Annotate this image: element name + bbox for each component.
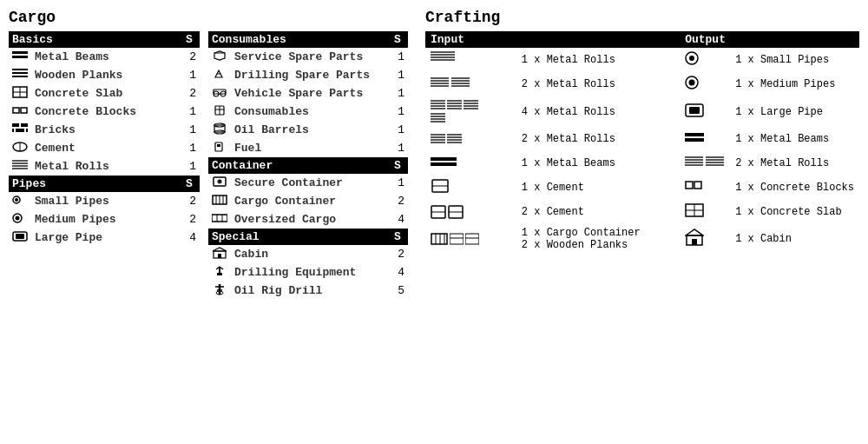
svg-rect-1	[12, 56, 28, 58]
craft-input-text: 1 x Cement	[516, 176, 680, 200]
svg-rect-17	[12, 160, 28, 162]
craft-recipe-row: 2 x Metal Rolls 1 x Medium Pipes	[425, 72, 859, 96]
svg-rect-64	[431, 85, 449, 87]
consumables-table: Consumables S Service Spare Parts 1	[208, 31, 408, 157]
svg-rect-103	[685, 162, 703, 163]
svg-rect-126	[465, 234, 479, 244]
svg-rect-14	[26, 129, 28, 132]
craft-output-text: 2 x Metal Rolls	[730, 151, 859, 176]
list-item: Bricks 1	[9, 121, 200, 139]
list-item: Drilling Spare Parts 1	[208, 66, 408, 84]
list-item: Concrete Blocks 1	[9, 103, 200, 121]
svg-rect-111	[686, 182, 693, 189]
craft-output-icon	[680, 48, 730, 72]
container-label: Container	[208, 157, 391, 174]
list-item: Secure Container 1	[208, 174, 408, 192]
svg-point-22	[15, 198, 18, 202]
list-item: Fuel 1	[208, 139, 408, 157]
item-name: Cargo Container	[231, 192, 391, 210]
craft-input-text: 1 x Cargo Container 2 x Wooden Planks	[516, 224, 680, 254]
svg-rect-9	[21, 108, 27, 113]
concrete-blocks-icon	[9, 103, 31, 121]
craft-output-icon	[680, 176, 730, 200]
item-name: Oil Barrels	[231, 121, 391, 139]
svg-rect-83	[431, 113, 445, 115]
item-count: 2	[182, 210, 200, 229]
basics-label: Basics	[9, 31, 182, 48]
svg-rect-99	[431, 157, 457, 161]
svg-rect-105	[706, 156, 724, 158]
svg-rect-93	[447, 134, 462, 136]
item-count: 1	[391, 66, 408, 84]
item-count: 1	[182, 103, 200, 121]
item-count: 1	[391, 48, 408, 66]
craft-input-icon	[425, 224, 516, 254]
svg-rect-101	[685, 156, 703, 158]
svg-point-70	[689, 80, 695, 86]
craft-recipe-row: 4 x Metal Rolls 1 x Large Pipe	[425, 96, 859, 127]
svg-rect-98	[685, 138, 704, 142]
craft-output-icon	[680, 224, 730, 254]
list-item: Drilling Equipment 4	[208, 263, 408, 282]
list-item: Medium Pipes 2	[9, 210, 200, 229]
item-count: 1	[391, 139, 408, 157]
consumables-col: Consumables S Service Spare Parts 1	[208, 31, 408, 300]
svg-rect-8	[13, 108, 19, 113]
craft-output-icon	[680, 127, 730, 151]
item-name: Service Spare Parts	[231, 48, 391, 66]
svg-rect-67	[451, 83, 470, 84]
craft-recipe-row: 2 x Cement 1 x Concrete Slab	[425, 200, 859, 224]
item-count: 5	[391, 282, 408, 300]
item-count: 2	[182, 192, 200, 210]
basics-header: Basics S	[9, 31, 200, 48]
vehicle-spare-parts-icon	[208, 84, 231, 103]
craft-output-text: 1 x Small Pipes	[730, 48, 859, 72]
metal-rolls-icon	[9, 157, 31, 176]
svg-rect-97	[685, 133, 704, 136]
svg-rect-58	[431, 59, 455, 61]
special-table: Special S Cabin 2 Drilling	[208, 229, 408, 300]
item-name: Concrete Blocks	[31, 103, 182, 121]
svg-rect-85	[431, 118, 445, 120]
item-name: Oversized Cargo	[231, 210, 391, 229]
svg-rect-108	[706, 164, 724, 166]
pipes-label: Pipes	[9, 176, 182, 192]
craft-recipe-row: 1 x Cargo Container 2 x Wooden Planks 1 …	[425, 224, 859, 254]
svg-rect-82	[464, 108, 478, 109]
craft-input-text: 2 x Cement	[516, 200, 680, 224]
craft-recipe-row: 1 x Metal Rolls 1 x Small Pipes	[425, 48, 859, 72]
item-count: 4	[391, 210, 408, 229]
list-item: Oversized Cargo 4	[208, 210, 408, 229]
item-count: 1	[182, 66, 200, 84]
cargo-title: Cargo	[9, 9, 408, 26]
svg-point-24	[16, 216, 20, 221]
item-name: Metal Beams	[31, 48, 182, 66]
svg-rect-52	[218, 254, 221, 258]
svg-rect-96	[447, 142, 462, 143]
svg-rect-75	[447, 100, 462, 102]
item-name: Drilling Spare Parts	[231, 66, 391, 84]
cargo-section: Cargo Basics S Metal Beams 2	[9, 9, 408, 300]
input-header: Input	[425, 31, 680, 48]
svg-rect-55	[431, 51, 455, 53]
medium-pipes-icon	[9, 210, 31, 229]
craft-recipe-row: 1 x Cement 1 x Concrete Blocks	[425, 176, 859, 200]
secure-container-icon	[208, 174, 231, 192]
craft-input-icon	[425, 127, 516, 151]
cabin-icon	[208, 245, 231, 263]
list-item: Concrete Slab 2	[9, 84, 200, 103]
svg-rect-4	[12, 76, 28, 77]
item-name: Drilling Equipment	[231, 263, 391, 282]
svg-rect-94	[447, 136, 462, 138]
svg-rect-18	[12, 162, 28, 164]
svg-rect-90	[431, 136, 445, 138]
craft-output-icon	[680, 151, 730, 176]
svg-rect-86	[431, 121, 445, 123]
svg-rect-63	[431, 83, 449, 84]
item-name: Oil Rig Drill	[231, 282, 391, 300]
item-name: Bricks	[31, 121, 182, 139]
item-name: Cabin	[231, 245, 391, 263]
item-count: 1	[182, 157, 200, 176]
service-spare-parts-icon	[208, 48, 231, 66]
item-count: 1	[182, 139, 200, 157]
